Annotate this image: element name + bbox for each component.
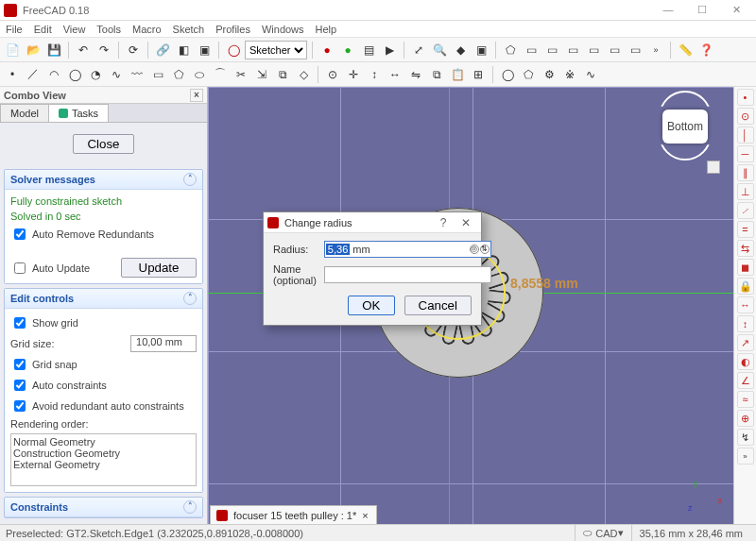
constrain-snell-icon[interactable]: ≈ (737, 391, 754, 408)
bspline-poly-icon[interactable]: ⬠ (519, 65, 538, 84)
bspline-convert-icon[interactable]: ∿ (581, 65, 600, 84)
menu-sketch[interactable]: Sketch (173, 24, 205, 35)
macro-record-icon[interactable]: ● (318, 41, 336, 59)
document-tab[interactable]: focuser 15 teeth pulley : 1* × (210, 505, 377, 524)
show-grid-checkbox[interactable] (14, 317, 26, 329)
navcube-face[interactable]: Bottom (662, 110, 708, 144)
conic-icon[interactable]: ◔ (86, 65, 105, 84)
list-item[interactable]: Normal Geometry (13, 436, 194, 448)
tab-close-icon[interactable]: × (362, 510, 368, 521)
constrain-coincident-icon[interactable]: • (737, 89, 754, 106)
collapse-icon[interactable]: ˄ (183, 500, 197, 514)
fit-selection-icon[interactable]: 🔍 (430, 41, 449, 59)
constrain-length-icon[interactable]: ↗ (737, 334, 754, 351)
constrain-equal-icon[interactable]: = (737, 221, 754, 238)
new-file-icon[interactable]: 📄 (3, 41, 22, 59)
dialog-help-button[interactable]: ? (432, 216, 455, 229)
bbox-icon[interactable]: ▣ (472, 41, 490, 59)
workbench-select[interactable]: Sketcher (245, 41, 307, 59)
undo-icon[interactable]: ↶ (74, 41, 93, 59)
toolbar-overflow-icon[interactable]: » (646, 41, 665, 59)
view-top-icon[interactable]: ▭ (542, 41, 561, 59)
clone-icon[interactable]: ⧉ (427, 65, 446, 84)
polyline-icon[interactable]: 〰 (128, 65, 146, 84)
select-vertical-icon[interactable]: ↕ (365, 65, 384, 84)
constrain-perpendicular-icon[interactable]: ⊥ (737, 183, 754, 200)
view-front-icon[interactable]: ▭ (522, 41, 541, 59)
window-maximize-button[interactable]: ☐ (686, 2, 718, 19)
circle-icon[interactable]: ◯ (65, 65, 84, 84)
constrain-radius-icon[interactable]: ◐ (737, 353, 754, 370)
close-task-button[interactable]: Close (73, 134, 133, 154)
link-icon[interactable]: 🔗 (153, 41, 172, 59)
trim-icon[interactable]: ✂ (232, 65, 250, 84)
auto-update-checkbox[interactable] (14, 262, 26, 274)
avoid-redundant-checkbox[interactable] (14, 400, 26, 412)
constrain-lock-icon[interactable]: 🔒 (737, 278, 754, 295)
line-icon[interactable]: ／ (24, 65, 43, 84)
fillet-icon[interactable]: ⌒ (211, 65, 230, 84)
menu-edit[interactable]: Edit (34, 24, 52, 35)
carbon-copy-icon[interactable]: ⧉ (273, 65, 292, 84)
constrain-angle-icon[interactable]: ∠ (737, 372, 754, 389)
constrain-point-on-icon[interactable]: ⊙ (737, 108, 754, 125)
constrain-horizontal-icon[interactable]: ─ (737, 145, 754, 162)
constrain-internal-icon[interactable]: ⊕ (737, 410, 754, 427)
tab-tasks[interactable]: Tasks (48, 104, 109, 122)
status-nav-style[interactable]: ⬭ CAD ▾ (575, 525, 630, 541)
view-right-icon[interactable]: ▭ (563, 41, 582, 59)
tab-model[interactable]: Model (0, 104, 49, 122)
arc-icon[interactable]: ◠ (44, 65, 63, 84)
copy-icon[interactable]: 📋 (448, 65, 467, 84)
slot-icon[interactable]: ⬭ (190, 65, 209, 84)
rect-array-icon[interactable]: ⊞ (469, 65, 488, 84)
constrain-parallel-icon[interactable]: ∥ (737, 164, 754, 181)
grid-snap-checkbox[interactable] (14, 359, 26, 370)
list-item[interactable]: External Geometry (13, 459, 194, 470)
update-button[interactable]: Update (121, 258, 197, 278)
bspline-knot-icon[interactable]: ※ (560, 65, 579, 84)
collapse-icon[interactable]: ˄ (183, 173, 197, 186)
constrain-block-icon[interactable]: ◼ (737, 259, 754, 276)
navcube-mini-icon[interactable] (707, 161, 720, 174)
measure-icon[interactable]: 📏 (676, 41, 695, 59)
point-icon[interactable]: • (3, 65, 22, 84)
constrain-tangent-icon[interactable]: ⟋ (737, 202, 754, 219)
view-left-icon[interactable]: ▭ (626, 41, 644, 59)
constrain-vertical-icon[interactable]: │ (737, 127, 754, 144)
dialog-close-button[interactable]: ✕ (455, 216, 477, 229)
rendering-order-list[interactable]: Normal Geometry Construction Geometry Ex… (10, 433, 197, 486)
expression-icon[interactable]: ◎ (470, 245, 479, 254)
macro-play-icon[interactable]: ▶ (380, 41, 399, 59)
select-origin-icon[interactable]: ✛ (344, 65, 363, 84)
panel-close-icon[interactable]: × (190, 89, 203, 102)
menu-view[interactable]: View (63, 24, 86, 35)
name-input[interactable] (324, 266, 491, 283)
auto-constraints-checkbox[interactable] (14, 380, 26, 391)
list-item[interactable]: Construction Geometry (13, 448, 194, 459)
constrain-hdist-icon[interactable]: ↔ (737, 296, 754, 313)
select-horizontal-icon[interactable]: ↔ (386, 65, 404, 84)
spin-icon[interactable]: ⇅ (480, 245, 490, 254)
select-conflict-icon[interactable]: ⊙ (323, 65, 342, 84)
refresh-icon[interactable]: ⟳ (124, 41, 143, 59)
view-bottom-icon[interactable]: ▭ (605, 41, 624, 59)
menu-windows[interactable]: Windows (262, 24, 304, 35)
redo-icon[interactable]: ↷ (94, 41, 113, 59)
bspline-comb-icon[interactable]: ⚙ (540, 65, 558, 84)
constrain-vdist-icon[interactable]: ↕ (737, 315, 754, 332)
polygon-icon[interactable]: ⬠ (169, 65, 188, 84)
bspline-degree-icon[interactable]: ◯ (498, 65, 517, 84)
grid-size-input[interactable]: 10,00 mm (130, 335, 197, 352)
menu-profiles[interactable]: Profiles (215, 24, 250, 35)
auto-remove-redundants-checkbox[interactable] (14, 228, 26, 240)
toolbar-overflow-icon[interactable]: » (737, 448, 754, 465)
radius-dimension-label[interactable]: 8,8558 mm (510, 276, 578, 291)
macro-list-icon[interactable]: ▤ (359, 41, 378, 59)
save-file-icon[interactable]: 💾 (44, 41, 63, 59)
construction-icon[interactable]: ◇ (294, 65, 313, 84)
rectangle-icon[interactable]: ▭ (148, 65, 167, 84)
draw-style-icon[interactable]: ◆ (451, 41, 470, 59)
group-icon[interactable]: ▣ (195, 41, 214, 59)
symmetry-icon[interactable]: ⇋ (406, 65, 425, 84)
